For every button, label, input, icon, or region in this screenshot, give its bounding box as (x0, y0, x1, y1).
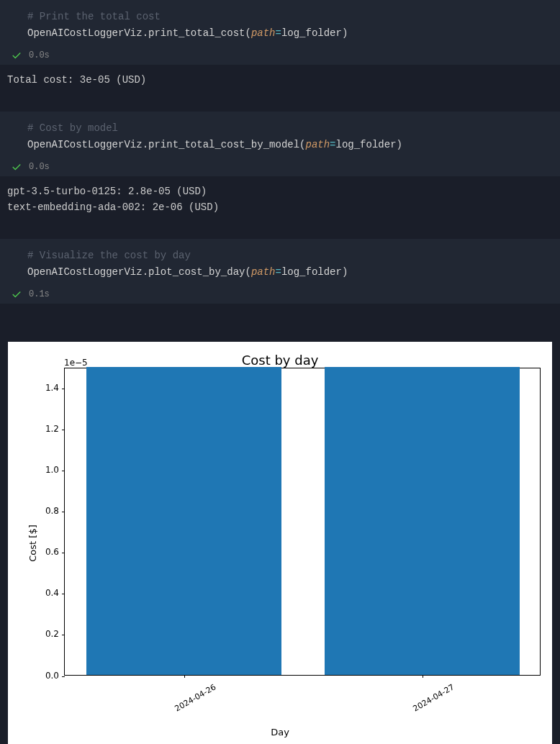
chart-ytick-mark (62, 553, 65, 553)
execution-time: 0.0s (29, 50, 50, 60)
code-cell: # Visualize the cost by day OpenAICostLo… (0, 239, 560, 304)
cell-output: Cost by day 1e−5 Cost [$] Day 0.00.20.40… (0, 304, 560, 744)
chart-xtick-mark (184, 675, 185, 678)
code-cell: # Print the total cost OpenAICostLoggerV… (0, 0, 560, 65)
code-input[interactable]: # Print the total cost OpenAICostLoggerV… (0, 0, 560, 47)
execution-time: 0.0s (29, 162, 50, 172)
execution-status: 0.0s (0, 47, 560, 65)
chart-xtick-label: 2024-04-26 (168, 675, 218, 715)
code-comment: # Cost by model (27, 122, 118, 134)
code-input[interactable]: # Cost by model OpenAICostLoggerViz.prin… (0, 112, 560, 159)
code-input[interactable]: # Visualize the cost by day OpenAICostLo… (0, 239, 560, 286)
check-icon (12, 162, 22, 172)
chart-bar (86, 367, 281, 675)
check-icon (12, 289, 22, 299)
matplotlib-figure: Cost by day 1e−5 Cost [$] Day 0.00.20.40… (8, 342, 552, 744)
chart-ytick-mark (62, 471, 65, 471)
execution-status: 0.0s (0, 159, 560, 176)
chart-ytick-mark (62, 594, 65, 594)
check-icon (12, 50, 22, 60)
chart-xtick-label: 2024-04-27 (407, 675, 456, 715)
cell-output: gpt-3.5-turbo-0125: 2.8e-05 (USD) text-e… (0, 176, 560, 239)
chart-ytick-mark (62, 430, 65, 430)
execution-time: 0.1s (29, 289, 50, 299)
chart-ylabel: Cost [$] (26, 525, 41, 561)
execution-status: 0.1s (0, 286, 560, 304)
cell-output: Total cost: 3e-05 (USD) (0, 65, 560, 111)
code-cell: # Cost by model OpenAICostLoggerViz.prin… (0, 112, 560, 176)
chart-axes: 0.00.20.40.60.81.01.21.42024-04-262024-0… (64, 368, 541, 676)
chart-bar (325, 367, 520, 675)
chart-xtick-mark (423, 675, 423, 678)
code-comment: # Visualize the cost by day (27, 250, 191, 261)
chart-ytick-mark (62, 512, 65, 512)
chart-ytick-mark (62, 676, 65, 677)
chart-ytick-mark (62, 389, 65, 389)
chart-xlabel: Day (8, 725, 552, 740)
code-comment: # Print the total cost (27, 11, 161, 22)
chart-ytick-mark (62, 635, 65, 635)
